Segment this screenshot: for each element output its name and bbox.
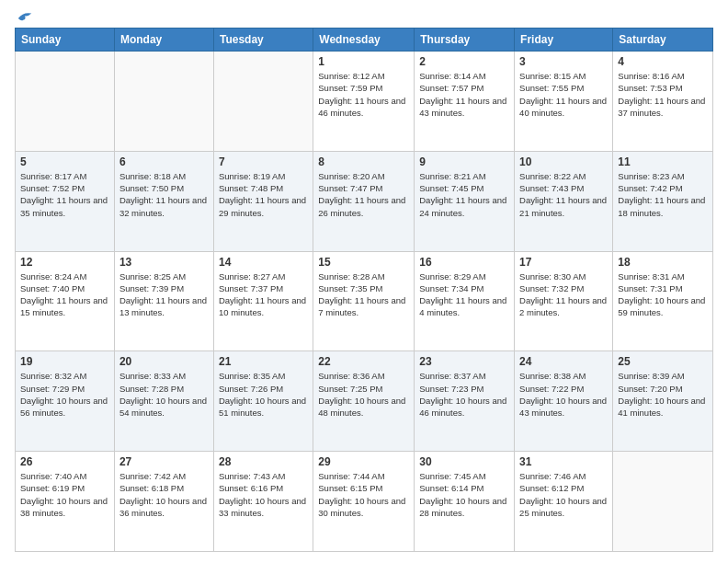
day-info: Sunrise: 8:32 AM Sunset: 7:29 PM Dayligh… [20, 370, 109, 419]
day-info: Sunrise: 8:25 AM Sunset: 7:39 PM Dayligh… [119, 270, 209, 319]
weekday-header-sunday: Sunday [16, 29, 115, 52]
calendar-cell: 27Sunrise: 7:42 AM Sunset: 6:18 PM Dayli… [114, 452, 213, 552]
calendar-cell: 22Sunrise: 8:36 AM Sunset: 7:25 PM Dayli… [313, 351, 415, 452]
day-info: Sunrise: 8:24 AM Sunset: 7:40 PM Dayligh… [20, 270, 109, 319]
calendar-cell: 19Sunrise: 8:32 AM Sunset: 7:29 PM Dayli… [16, 351, 115, 452]
day-number: 24 [519, 355, 608, 368]
weekday-header-wednesday: Wednesday [313, 29, 415, 52]
weekday-header-friday: Friday [515, 29, 613, 52]
calendar-cell: 31Sunrise: 7:46 AM Sunset: 6:12 PM Dayli… [515, 452, 613, 552]
day-number: 29 [318, 455, 409, 468]
day-number: 3 [519, 55, 608, 68]
day-number: 6 [119, 155, 209, 168]
day-info: Sunrise: 8:37 AM Sunset: 7:23 PM Dayligh… [419, 370, 509, 419]
day-number: 23 [419, 355, 509, 368]
calendar-cell: 17Sunrise: 8:30 AM Sunset: 7:32 PM Dayli… [515, 251, 613, 351]
calendar-cell: 12Sunrise: 8:24 AM Sunset: 7:40 PM Dayli… [16, 251, 115, 351]
calendar-table: SundayMondayTuesdayWednesdayThursdayFrid… [15, 28, 713, 552]
calendar-cell: 20Sunrise: 8:33 AM Sunset: 7:28 PM Dayli… [114, 351, 213, 452]
calendar-cell: 15Sunrise: 8:28 AM Sunset: 7:35 PM Dayli… [313, 251, 415, 351]
day-number: 26 [20, 455, 109, 468]
calendar-cell: 26Sunrise: 7:40 AM Sunset: 6:19 PM Dayli… [16, 452, 115, 552]
calendar-cell: 21Sunrise: 8:35 AM Sunset: 7:26 PM Dayli… [213, 351, 313, 452]
header [15, 11, 713, 20]
day-info: Sunrise: 8:29 AM Sunset: 7:34 PM Dayligh… [419, 270, 509, 319]
day-number: 15 [318, 256, 409, 269]
calendar-cell: 6Sunrise: 8:18 AM Sunset: 7:50 PM Daylig… [114, 151, 213, 251]
day-number: 14 [219, 256, 308, 269]
page: SundayMondayTuesdayWednesdayThursdayFrid… [0, 0, 728, 563]
day-info: Sunrise: 8:23 AM Sunset: 7:42 PM Dayligh… [618, 170, 708, 219]
day-number: 17 [519, 256, 608, 269]
day-info: Sunrise: 8:16 AM Sunset: 7:53 PM Dayligh… [618, 70, 708, 119]
day-info: Sunrise: 7:40 AM Sunset: 6:19 PM Dayligh… [20, 470, 109, 519]
week-row-4: 19Sunrise: 8:32 AM Sunset: 7:29 PM Dayli… [16, 351, 713, 452]
calendar-cell: 9Sunrise: 8:21 AM Sunset: 7:45 PM Daylig… [415, 151, 515, 251]
day-info: Sunrise: 7:43 AM Sunset: 6:16 PM Dayligh… [219, 470, 308, 519]
calendar-cell: 23Sunrise: 8:37 AM Sunset: 7:23 PM Dayli… [415, 351, 515, 452]
logo-text [15, 11, 33, 24]
day-number: 7 [219, 155, 308, 168]
calendar-cell [213, 52, 313, 152]
calendar-cell: 10Sunrise: 8:22 AM Sunset: 7:43 PM Dayli… [515, 151, 613, 251]
day-info: Sunrise: 8:38 AM Sunset: 7:22 PM Dayligh… [519, 370, 608, 419]
day-number: 2 [419, 55, 509, 68]
day-number: 19 [20, 355, 109, 368]
calendar-cell: 1Sunrise: 8:12 AM Sunset: 7:59 PM Daylig… [313, 52, 415, 152]
calendar-cell: 13Sunrise: 8:25 AM Sunset: 7:39 PM Dayli… [114, 251, 213, 351]
day-info: Sunrise: 7:45 AM Sunset: 6:14 PM Dayligh… [419, 470, 509, 519]
calendar-cell [16, 52, 115, 152]
calendar-cell: 14Sunrise: 8:27 AM Sunset: 7:37 PM Dayli… [213, 251, 313, 351]
day-number: 16 [419, 256, 509, 269]
weekday-header-saturday: Saturday [613, 29, 713, 52]
calendar-cell: 3Sunrise: 8:15 AM Sunset: 7:55 PM Daylig… [515, 52, 613, 152]
calendar-cell: 28Sunrise: 7:43 AM Sunset: 6:16 PM Dayli… [213, 452, 313, 552]
weekday-header-row: SundayMondayTuesdayWednesdayThursdayFrid… [16, 29, 713, 52]
day-info: Sunrise: 8:18 AM Sunset: 7:50 PM Dayligh… [119, 170, 209, 219]
day-number: 8 [318, 155, 409, 168]
calendar-cell: 18Sunrise: 8:31 AM Sunset: 7:31 PM Dayli… [613, 251, 713, 351]
day-number: 25 [618, 355, 708, 368]
calendar-cell: 29Sunrise: 7:44 AM Sunset: 6:15 PM Dayli… [313, 452, 415, 552]
day-info: Sunrise: 8:33 AM Sunset: 7:28 PM Dayligh… [119, 370, 209, 419]
day-number: 13 [119, 256, 209, 269]
day-number: 20 [119, 355, 209, 368]
calendar-cell [114, 52, 213, 152]
day-number: 30 [419, 455, 509, 468]
day-info: Sunrise: 8:20 AM Sunset: 7:47 PM Dayligh… [318, 170, 409, 219]
week-row-2: 5Sunrise: 8:17 AM Sunset: 7:52 PM Daylig… [16, 151, 713, 251]
day-number: 28 [219, 455, 308, 468]
day-number: 31 [519, 455, 608, 468]
day-number: 27 [119, 455, 209, 468]
day-number: 22 [318, 355, 409, 368]
day-info: Sunrise: 8:35 AM Sunset: 7:26 PM Dayligh… [219, 370, 308, 419]
week-row-5: 26Sunrise: 7:40 AM Sunset: 6:19 PM Dayli… [16, 452, 713, 552]
day-info: Sunrise: 8:30 AM Sunset: 7:32 PM Dayligh… [519, 270, 608, 319]
day-number: 5 [20, 155, 109, 168]
day-number: 1 [318, 55, 409, 68]
day-info: Sunrise: 8:21 AM Sunset: 7:45 PM Dayligh… [419, 170, 509, 219]
weekday-header-tuesday: Tuesday [213, 29, 313, 52]
calendar-cell: 30Sunrise: 7:45 AM Sunset: 6:14 PM Dayli… [415, 452, 515, 552]
day-info: Sunrise: 8:36 AM Sunset: 7:25 PM Dayligh… [318, 370, 409, 419]
week-row-1: 1Sunrise: 8:12 AM Sunset: 7:59 PM Daylig… [16, 52, 713, 152]
day-info: Sunrise: 8:14 AM Sunset: 7:57 PM Dayligh… [419, 70, 509, 119]
calendar-cell: 8Sunrise: 8:20 AM Sunset: 7:47 PM Daylig… [313, 151, 415, 251]
calendar-cell: 24Sunrise: 8:38 AM Sunset: 7:22 PM Dayli… [515, 351, 613, 452]
calendar-cell: 2Sunrise: 8:14 AM Sunset: 7:57 PM Daylig… [415, 52, 515, 152]
logo [15, 11, 33, 20]
calendar-cell [613, 452, 713, 552]
day-info: Sunrise: 8:31 AM Sunset: 7:31 PM Dayligh… [618, 270, 708, 319]
day-info: Sunrise: 8:19 AM Sunset: 7:48 PM Dayligh… [219, 170, 308, 219]
day-number: 21 [219, 355, 308, 368]
day-number: 4 [618, 55, 708, 68]
calendar-cell: 7Sunrise: 8:19 AM Sunset: 7:48 PM Daylig… [213, 151, 313, 251]
logo-bird-icon [17, 11, 33, 24]
day-number: 12 [20, 256, 109, 269]
weekday-header-thursday: Thursday [415, 29, 515, 52]
day-info: Sunrise: 7:44 AM Sunset: 6:15 PM Dayligh… [318, 470, 409, 519]
calendar-cell: 16Sunrise: 8:29 AM Sunset: 7:34 PM Dayli… [415, 251, 515, 351]
day-info: Sunrise: 8:28 AM Sunset: 7:35 PM Dayligh… [318, 270, 409, 319]
calendar-cell: 11Sunrise: 8:23 AM Sunset: 7:42 PM Dayli… [613, 151, 713, 251]
weekday-header-monday: Monday [114, 29, 213, 52]
